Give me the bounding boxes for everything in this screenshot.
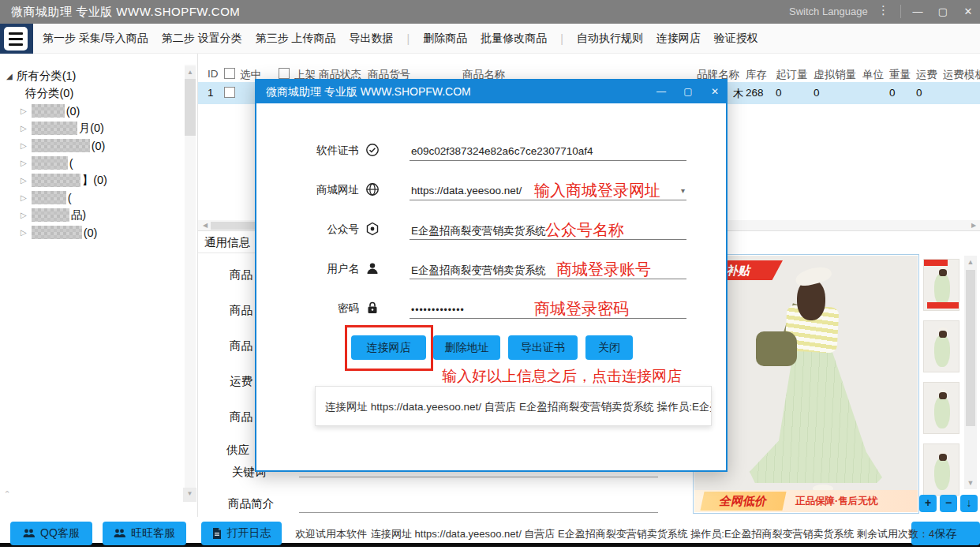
- sidebar-scrollbar-thumb[interactable]: [185, 79, 196, 136]
- add-image-button[interactable]: +: [919, 495, 937, 512]
- remove-image-button[interactable]: −: [940, 495, 957, 512]
- tree-collapsed-icon[interactable]: ▷: [21, 124, 27, 133]
- shop-url-input[interactable]: https://data.yeesoo.net/ 输入商城登录网址 ▾: [410, 180, 686, 200]
- redacted-category-name: [32, 139, 90, 152]
- scroll-down-icon[interactable]: ▼: [183, 488, 196, 502]
- product-thumbnail[interactable]: [923, 443, 959, 496]
- wangwang-service-button[interactable]: 旺旺客服: [103, 522, 186, 545]
- menu-item-step2-category[interactable]: 第二步 设置分类: [162, 32, 242, 46]
- chevron-up-icon[interactable]: ⌃: [2, 488, 13, 500]
- dialog-maximize-button[interactable]: ▢: [676, 80, 700, 103]
- sidebar-item-category[interactable]: ▷ 】(0): [21, 172, 107, 189]
- form-label-product: 商品: [230, 268, 252, 282]
- guarantee-text: 正品保障·售后无忧: [795, 495, 877, 508]
- tree-collapsed-icon[interactable]: ▷: [21, 228, 27, 237]
- sidebar-item-label: 】(0): [82, 173, 107, 188]
- column-header-weight[interactable]: 重量: [889, 68, 911, 82]
- official-account-icon: [365, 222, 380, 236]
- sidebar-item-category[interactable]: ▷ (0): [21, 137, 105, 154]
- certificate-value: e09c02f387324e82a6c7ce2307710af4: [411, 145, 593, 157]
- menu-item-auto-rules[interactable]: 自动执行规则: [577, 32, 643, 46]
- product-photo[interactable]: 百亿补贴 全网低价 正品保障·售后无忧: [694, 256, 918, 512]
- sidebar-item-category[interactable]: ▷ (0): [21, 103, 80, 119]
- official-account-input[interactable]: E企盈招商裂变营销卖货系统 公众号名称: [410, 219, 686, 240]
- row-checkbox[interactable]: [224, 87, 235, 98]
- redacted-category-name: [32, 104, 65, 118]
- sidebar-item-category[interactable]: ▷ 月(0): [21, 120, 104, 137]
- column-header-shipping-template[interactable]: 运费模板: [943, 68, 980, 82]
- cell-weight: 0: [889, 87, 896, 99]
- column-header-shipping[interactable]: 运费: [916, 68, 937, 82]
- product-thumbnail[interactable]: [923, 382, 959, 434]
- tree-collapsed-icon[interactable]: ▷: [21, 141, 27, 150]
- scroll-up-icon[interactable]: ▲: [185, 66, 196, 79]
- globe-icon: [365, 182, 380, 196]
- menu-item-step3-upload[interactable]: 第三步 上传商品: [256, 32, 336, 46]
- tree-collapsed-icon[interactable]: ▷: [21, 107, 27, 115]
- menu-item-connect-shop[interactable]: 连接网店: [656, 32, 701, 46]
- column-header-stock[interactable]: 库存: [746, 68, 767, 82]
- menu-item-export-data[interactable]: 导出数据: [350, 32, 394, 46]
- tab-general-info[interactable]: 通用信息: [204, 235, 250, 250]
- description-input[interactable]: [299, 512, 658, 513]
- tree-collapsed-icon[interactable]: ▷: [21, 193, 27, 202]
- scroll-down-icon[interactable]: ▼: [964, 477, 977, 489]
- dropdown-icon[interactable]: ▾: [681, 186, 685, 195]
- hamburger-menu-icon[interactable]: [4, 27, 28, 51]
- product-thumbnail[interactable]: [923, 320, 959, 372]
- field-row-official-account: 公众号 E企盈招商裂变营销卖货系统 公众号名称: [256, 219, 726, 240]
- username-input[interactable]: E企盈招商裂变营销卖货系统 商城登录账号: [410, 259, 686, 279]
- scroll-up-icon[interactable]: ▲: [964, 256, 977, 268]
- menubar: 第一步 采集/导入商品 第二步 设置分类 第三步 上传商品 导出数据 | 删除商…: [0, 24, 980, 54]
- qq-service-button[interactable]: QQ客服: [10, 522, 92, 545]
- select-all-checkbox[interactable]: [224, 68, 235, 79]
- close-button[interactable]: ✕: [956, 0, 980, 24]
- tree-collapsed-icon[interactable]: ▷: [21, 211, 27, 219]
- people-icon: [114, 529, 125, 538]
- column-header-id[interactable]: ID: [208, 68, 219, 80]
- open-log-button[interactable]: 打开日志: [201, 522, 282, 545]
- column-header-virtual-sales[interactable]: 虚拟销量: [814, 68, 856, 82]
- menu-item-delete-product[interactable]: 删除商品: [423, 32, 467, 46]
- switch-language-button[interactable]: Switch Language: [789, 6, 868, 17]
- tree-collapsed-icon[interactable]: ▷: [21, 176, 27, 185]
- maximize-button[interactable]: ▢: [931, 0, 955, 24]
- move-image-down-button[interactable]: ↓: [960, 495, 978, 512]
- scroll-right-icon[interactable]: ▶: [968, 220, 979, 231]
- menu-dots-icon[interactable]: ⋮: [877, 3, 889, 17]
- sidebar-item-category[interactable]: ▷ 品): [21, 207, 86, 223]
- sidebar-item-uncategorized[interactable]: 待分类(0): [25, 85, 73, 102]
- tree-collapsed-icon[interactable]: ▷: [21, 159, 27, 167]
- export-certificate-button[interactable]: 导出证书: [508, 335, 578, 360]
- minimize-button[interactable]: —: [906, 0, 930, 24]
- connect-shop-button[interactable]: 连接网店: [351, 335, 426, 360]
- scrollbar-thumb[interactable]: [966, 270, 975, 426]
- column-header-unit[interactable]: 单位: [862, 68, 884, 82]
- dialog-close-button[interactable]: ✕: [703, 80, 727, 103]
- menu-separator: |: [407, 32, 410, 45]
- thumbnail-scrollbar[interactable]: ▲ ▼: [964, 256, 977, 489]
- listed-all-checkbox[interactable]: [279, 68, 290, 79]
- certificate-input[interactable]: e09c02f387324e82a6c7ce2307710af4: [410, 140, 686, 161]
- scroll-left-icon[interactable]: ◀: [200, 220, 211, 231]
- menu-item-verify-auth[interactable]: 验证授权: [714, 32, 758, 46]
- product-thumbnail[interactable]: [923, 259, 959, 311]
- delete-address-button[interactable]: 删除地址: [433, 335, 500, 360]
- user-icon: [365, 261, 380, 275]
- tree-expanded-icon[interactable]: ◢: [6, 72, 13, 80]
- keywords-input[interactable]: [299, 477, 658, 477]
- menu-item-batch-modify[interactable]: 批量修改商品: [481, 32, 547, 46]
- cell-brand: 木: [733, 87, 744, 101]
- password-input[interactable]: ••••••••••••• 商城登录密码: [410, 298, 686, 319]
- close-dialog-button[interactable]: 关闭: [585, 335, 633, 360]
- sidebar-item-category[interactable]: ▷ (: [21, 155, 73, 171]
- shop-url-value: https://data.yeesoo.net/: [411, 185, 522, 196]
- sidebar-item-label: (0): [66, 105, 80, 118]
- annotation-official-account: 公众号名称: [545, 219, 624, 241]
- sidebar-item-all-categories[interactable]: ◢ 所有分类(1): [6, 68, 76, 84]
- sidebar-item-category[interactable]: ▷ (: [21, 189, 72, 206]
- menu-item-step1-import[interactable]: 第一步 采集/导入商品: [43, 32, 148, 46]
- column-header-moq[interactable]: 起订量: [776, 68, 808, 82]
- sidebar-item-category[interactable]: ▷ (0): [21, 224, 97, 241]
- dialog-minimize-button[interactable]: —: [649, 80, 673, 103]
